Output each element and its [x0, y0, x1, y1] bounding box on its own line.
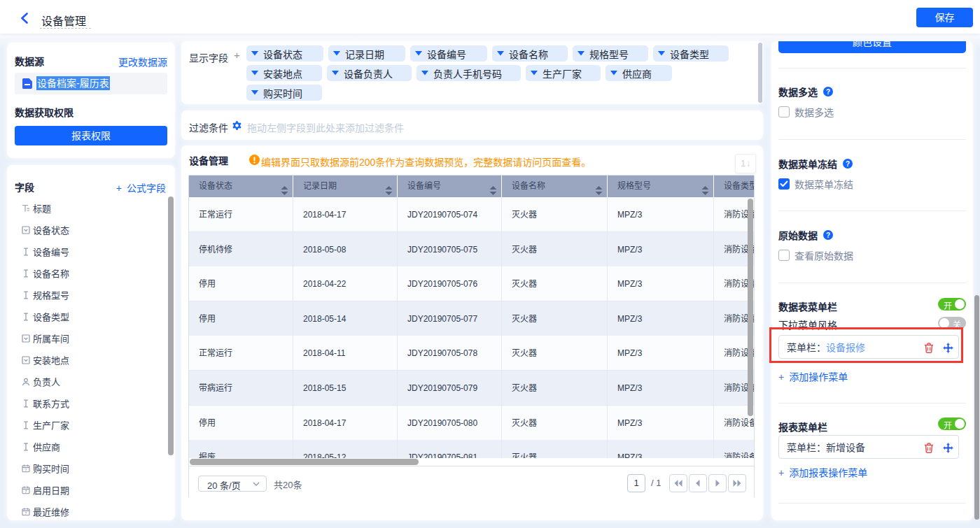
svg-text:?: ?	[826, 88, 830, 96]
svg-text:?: ?	[826, 231, 830, 239]
svg-text:7: 7	[24, 489, 27, 493]
svg-text:7: 7	[24, 511, 27, 515]
svg-text:?: ?	[846, 160, 850, 168]
svg-text:7: 7	[24, 467, 27, 471]
